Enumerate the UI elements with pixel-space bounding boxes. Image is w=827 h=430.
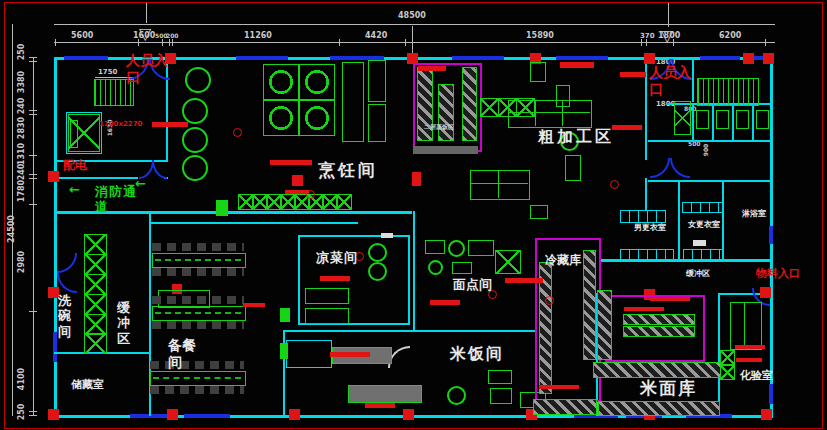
dimension-tick (29, 178, 37, 179)
bench (693, 240, 706, 246)
equipment-worktable-line (535, 100, 536, 126)
room-label-steam-area: 二层蒸饭区 (424, 123, 464, 130)
equipment-dishwasher (84, 234, 107, 255)
equipment-unit (530, 62, 546, 82)
equipment-door-panel (280, 308, 290, 322)
equipment-unit (556, 85, 570, 107)
dim-text: 4420 (365, 32, 387, 40)
table-centerline (155, 312, 241, 314)
wall-segment (732, 103, 734, 140)
equipment-unit (488, 370, 512, 384)
equipment-mark (381, 233, 393, 238)
dim-text: 250 (18, 38, 26, 66)
equipment-door-panel (216, 200, 228, 216)
equipment-basin (368, 243, 387, 262)
equipment-door-panel (280, 343, 288, 359)
equipment-unit (425, 240, 445, 254)
equipment-counter (305, 308, 349, 324)
column-marker (48, 409, 59, 420)
equipment-tag (735, 345, 765, 349)
dimension-tick (765, 39, 766, 46)
equipment-tag (624, 307, 664, 311)
arrow-left-icon: ← (135, 176, 146, 191)
window (556, 56, 608, 60)
dimension-tick (29, 174, 37, 175)
chair-row (152, 243, 244, 251)
staircase (697, 78, 759, 106)
room-label-women-changing: 女更衣室 (688, 220, 720, 229)
room-label-shower: 淋浴室 (742, 209, 766, 218)
dim-text: 11260 (244, 32, 272, 40)
equipment-tag (430, 300, 460, 305)
equipment-tag (620, 72, 646, 77)
room-label-buffer-small: 缓冲区 (686, 269, 710, 278)
equipment-unit (490, 388, 512, 404)
shelf-hatch (623, 314, 695, 325)
equipment-worktable (470, 170, 530, 200)
dim-text: 250 (18, 398, 26, 426)
column-marker (292, 175, 303, 186)
wall-segment (408, 235, 410, 325)
locker-row (682, 202, 724, 213)
window (64, 56, 108, 60)
equipment-counter (286, 340, 332, 368)
equipment-dishwasher (84, 314, 107, 335)
equipment-tag (650, 297, 690, 301)
room-label-lab: 化验室 (740, 370, 773, 383)
room-label-cooking: 烹饪间 (318, 160, 378, 180)
dimension-tick (29, 204, 37, 205)
dimension-tick (405, 39, 406, 46)
dim-text: 370 (640, 33, 655, 40)
wall-segment (298, 235, 300, 325)
entrance-label-material: 物料入口 (756, 268, 800, 281)
dim-total-height: 24500 (8, 209, 16, 249)
dimension-tick (162, 39, 163, 46)
dimension-tick (172, 39, 173, 46)
dimension-tick (29, 415, 37, 416)
dimension-tick (29, 411, 37, 412)
shelf-hatch (438, 84, 454, 141)
equipment-cabinet (368, 60, 386, 102)
dim-text: 2980 (18, 248, 26, 276)
extension-line (412, 26, 413, 54)
equipment-cabinet (342, 62, 364, 142)
dimension-tick (29, 57, 37, 58)
wall-segment (712, 103, 714, 140)
table-centerline (155, 259, 241, 261)
dimension-tick (339, 39, 340, 46)
dimension-tick (646, 39, 647, 46)
annotation-elevator-size: 1700x2270 (99, 120, 142, 128)
equipment-unit (468, 240, 494, 256)
room-label-buffer: 缓冲区 (117, 300, 133, 346)
equipment-wok-station (299, 100, 335, 136)
wall-segment (722, 180, 724, 259)
equipment-base (413, 146, 478, 154)
room-label-prep: 备餐间 (168, 337, 202, 370)
equipment-mixer (428, 260, 443, 275)
room-label-men-changing: 男更衣室 (634, 223, 666, 232)
extension-line (668, 3, 669, 27)
entrance-label-personnel-left: 人员入口 (126, 52, 172, 85)
dim-text: 5600 (71, 32, 93, 40)
chair-row (152, 268, 244, 276)
shelf-hatch (598, 401, 720, 416)
callout-circle (545, 296, 554, 305)
wall-segment (283, 330, 535, 332)
dim-text: 2830 (18, 114, 26, 142)
entrance-label-personnel-right: 人员入口 (649, 64, 695, 97)
room-label-cold-dish: 凉菜间 (316, 250, 358, 265)
equipment-tag (270, 160, 312, 165)
prep-table (152, 306, 246, 321)
equipment-wok-station (263, 100, 299, 136)
equipment-tag (320, 276, 350, 281)
equipment-tag (560, 62, 594, 68)
room-label-rice: 米饭间 (450, 345, 504, 364)
equipment-worktable-line (470, 183, 528, 184)
floor-plan-canvas: 48500 24500 5600 1600 500 200 11260 4420… (0, 0, 827, 430)
window (769, 226, 773, 244)
shelf-hatch (533, 399, 597, 415)
equipment-worktable (508, 100, 592, 128)
wall-segment (648, 180, 772, 182)
toilet-fixture (696, 110, 709, 129)
wall-segment (648, 140, 772, 142)
